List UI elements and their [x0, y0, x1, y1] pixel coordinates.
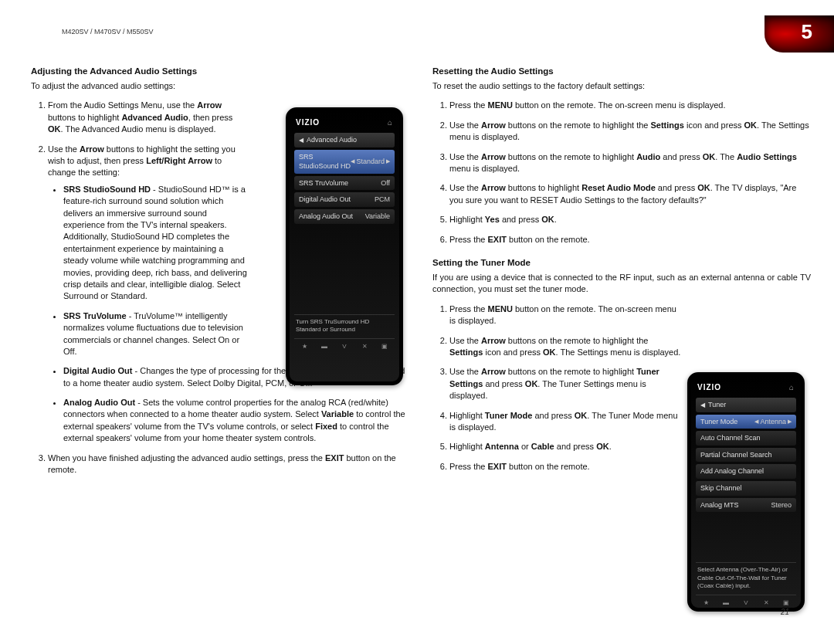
osd-brand: VIZIO ⌂	[294, 116, 395, 133]
heading-reset-audio: Resetting the Audio Settings	[432, 65, 811, 77]
osd-row: Partial Channel Search	[696, 448, 796, 463]
footer-icon: ▬	[319, 342, 330, 351]
home-icon: ⌂	[388, 117, 393, 128]
reset-step-6: Press the EXIT button on the remote.	[449, 234, 811, 246]
reset-step-2: Use the Arrow buttons on the remote to h…	[449, 120, 811, 144]
heading-adv-audio: Adjusting the Advanced Audio Settings	[31, 65, 409, 77]
reset-step-4: Use the Arrow buttons to highlight Reset…	[449, 182, 811, 206]
page-number: 21	[781, 608, 789, 616]
osd-row: Skip Channel	[696, 481, 796, 496]
bullet-analog-out: Analog Audio Out - Sets the volume contr…	[63, 397, 409, 445]
chevron-right-icon: ▶	[386, 158, 390, 165]
left-column: Adjusting the Advanced Audio Settings To…	[31, 65, 409, 483]
tuner-step-2: Use the Arrow buttons on the remote to h…	[449, 335, 681, 359]
chevron-right-icon: ▶	[788, 418, 792, 425]
chapter-number: 5	[802, 20, 812, 44]
header-model: M420SV / M470SV / M550SV	[62, 28, 154, 36]
osd-row: Add Analog Channel	[696, 464, 796, 479]
osd-breadcrumb: ◀ Tuner	[696, 398, 796, 412]
osd-row: SRS TruVolumeOff	[294, 176, 395, 191]
footer-icon: V	[339, 342, 350, 351]
osd-footer: ★▬V✕▣	[696, 595, 796, 607]
right-column: Resetting the Audio Settings To reset th…	[432, 65, 811, 480]
osd-row: Tuner Mode◀Antenna▶	[696, 415, 796, 429]
osd-brand: VIZIO ⌂	[696, 381, 796, 398]
osd-breadcrumb: ◀ Advanced Audio	[294, 133, 395, 147]
intro-reset-audio: To reset the audio settings to the facto…	[432, 80, 811, 92]
home-icon: ⌂	[789, 382, 795, 393]
footer-icon: ★	[299, 342, 310, 351]
osd-advanced-audio: VIZIO ⌂ ◀ Advanced Audio SRS StudioSound…	[286, 107, 403, 385]
back-arrow-icon: ◀	[299, 136, 303, 144]
reset-step-1: Press the MENU button on the remote. The…	[449, 100, 811, 111]
footer-icon: ✕	[761, 598, 771, 607]
footer-icon: ▣	[781, 598, 792, 607]
chevron-left-icon: ◀	[351, 158, 354, 165]
osd-footer: ★▬V✕▣	[294, 338, 395, 351]
tuner-step-6: Press the EXIT button on the remote.	[449, 461, 681, 473]
footer-icon: ✕	[359, 342, 370, 351]
footer-icon: ★	[700, 598, 711, 607]
reset-step-3: Use the Arrow buttons on the remote to h…	[449, 151, 811, 175]
intro-tuner-mode: If you are using a device that is connec…	[432, 272, 811, 296]
footer-icon: ▬	[720, 598, 731, 607]
chevron-left-icon: ◀	[754, 418, 758, 425]
osd-row: Digital Audio OutPCM	[294, 192, 395, 207]
tuner-step-3: Use the Arrow buttons on the remote to h…	[449, 366, 681, 402]
intro-adv-audio: To adjust the advanced audio settings:	[31, 80, 409, 92]
osd-help-text: Select Antenna (Over-The-Air) or Cable O…	[696, 562, 796, 595]
tuner-step-4: Highlight Tuner Mode and press OK. The T…	[449, 410, 681, 434]
osd-tuner: VIZIO ⌂ ◀ Tuner Tuner Mode◀Antenna▶Auto …	[687, 372, 805, 612]
step-3: When you have finished adjusting the adv…	[48, 452, 403, 476]
steps-reset-audio: Press the MENU button on the remote. The…	[432, 100, 811, 246]
osd-row: SRS StudioSound HD◀Standard▶	[294, 150, 395, 174]
footer-icon: V	[741, 598, 751, 607]
osd-row: Auto Channel Scan	[696, 431, 796, 446]
osd-row: Analog MTSStereo	[696, 498, 796, 513]
osd-row: Analog Audio OutVariable	[294, 209, 395, 224]
reset-step-5: Highlight Yes and press OK.	[449, 214, 811, 225]
footer-icon: ▣	[379, 342, 390, 351]
back-arrow-icon: ◀	[700, 401, 705, 409]
chapter-badge: 5	[764, 15, 834, 53]
heading-tuner-mode: Setting the Tuner Mode	[432, 256, 811, 269]
tuner-step-1: Press the MENU button on the remote. The…	[449, 303, 681, 327]
tuner-step-5: Highlight Antenna or Cable and press OK.	[449, 441, 681, 452]
page-content: Adjusting the Advanced Audio Settings To…	[31, 65, 803, 621]
osd-help-text: Turn SRS TruSurround HD Standard or Surr…	[294, 314, 395, 339]
